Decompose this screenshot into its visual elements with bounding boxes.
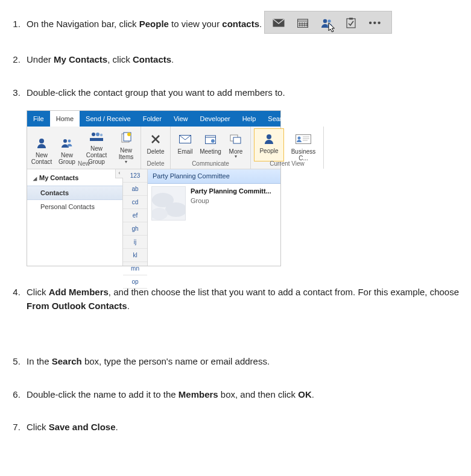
btn-more[interactable]: More▾ <box>224 128 247 161</box>
group-label: New <box>27 159 141 168</box>
tree-contacts[interactable]: Contacts <box>27 186 122 201</box>
contact-thumb <box>151 186 186 221</box>
index-item[interactable]: kl <box>123 249 147 262</box>
btn-email[interactable]: Email <box>174 128 197 161</box>
text-bold: From Outlook Contacts <box>27 301 127 311</box>
tab-search[interactable]: Search <box>262 111 295 127</box>
alpha-index: 123 ab cd ef gh ij kl mn op <box>123 169 148 266</box>
step-7: Click Save and Close. <box>23 421 465 434</box>
new-items-icon <box>120 130 132 146</box>
collapse-handle[interactable]: ‹ <box>115 169 123 178</box>
text: , click <box>107 54 133 64</box>
step-5: In the Search box, type the person's nam… <box>23 355 465 369</box>
bulb-icon <box>299 115 305 122</box>
ribbon-group-delete: Delete Delete <box>141 127 171 169</box>
text: . <box>259 19 262 29</box>
folder-pane: ‹ My Contacts Contacts Personal Contacts <box>27 169 123 266</box>
text: . <box>312 389 314 399</box>
tree-my-contacts[interactable]: My Contacts <box>27 169 122 186</box>
svg-point-13 <box>300 116 304 120</box>
step-2: Under My Contacts, click Contacts. <box>23 53 465 67</box>
text: In the <box>27 356 52 366</box>
text-bold: contacts <box>222 19 259 29</box>
index-item[interactable]: ij <box>123 236 147 249</box>
step-3-text: Double-click the contact group that you … <box>27 87 285 98</box>
text: . <box>171 54 174 64</box>
group-label: Communicate <box>171 159 250 168</box>
svg-point-15 <box>39 139 44 143</box>
text-bold: Contacts <box>133 54 171 64</box>
tasks-icon[interactable] <box>344 16 358 30</box>
text-bold: OK <box>298 389 312 399</box>
tab-send-receive[interactable]: Send / Receive <box>80 111 137 127</box>
tab-home[interactable]: Home <box>50 111 80 127</box>
more-icon[interactable]: ••• <box>368 16 382 30</box>
btn-view-business-card[interactable]: Business C... <box>286 128 320 161</box>
svg-point-19 <box>96 133 100 136</box>
contact-list: Party Planning Committee Party Planning … <box>148 169 280 266</box>
tree-personal-contacts[interactable]: Personal Contacts <box>27 200 122 214</box>
contact-card[interactable]: Party Planning Committ... Group <box>148 184 280 223</box>
contact-group-header[interactable]: Party Planning Committee <box>148 169 280 184</box>
index-item[interactable]: ef <box>123 209 147 222</box>
tab-developer[interactable]: Developer <box>194 111 236 127</box>
text: Click <box>27 422 49 432</box>
svg-point-30 <box>211 139 215 143</box>
text-bold: Add Members <box>49 287 109 297</box>
text: Click <box>27 287 49 297</box>
people-icon <box>60 135 74 151</box>
text-bold: My Contacts <box>54 54 107 64</box>
index-item[interactable]: ab <box>123 183 147 196</box>
people-view-icon <box>263 131 275 146</box>
delete-icon <box>150 131 162 147</box>
text-bold: Save and Close <box>49 422 116 432</box>
more-comm-icon <box>230 131 242 147</box>
text: Under <box>27 54 54 64</box>
index-item[interactable]: mn <box>123 262 147 275</box>
tab-view[interactable]: View <box>168 111 194 127</box>
index-item[interactable]: gh <box>123 222 147 236</box>
svg-point-9 <box>323 19 327 23</box>
calendar-icon[interactable] <box>296 16 309 30</box>
contact-group-icon <box>89 128 104 144</box>
text: to view your <box>169 19 222 29</box>
outlook-screenshot: File Home Send / Receive Folder View Dev… <box>27 110 281 266</box>
svg-point-18 <box>92 133 95 136</box>
index-item[interactable]: cd <box>123 196 147 209</box>
step-1-text: On the Navigation bar, click People to v… <box>27 19 264 29</box>
step-1: On the Navigation bar, click People to v… <box>23 0 465 34</box>
step-6: Double-click the name to add it to the M… <box>23 388 465 402</box>
svg-point-17 <box>68 140 71 143</box>
mail-icon[interactable] <box>272 16 285 30</box>
svg-rect-21 <box>90 138 103 141</box>
step-4: Click Add Members, and then choose the l… <box>23 286 465 313</box>
group-label: Delete <box>141 159 170 168</box>
label: Delete <box>147 148 165 155</box>
tell-me-label: Tell m <box>307 114 324 124</box>
people-icon[interactable] <box>320 16 333 30</box>
svg-point-16 <box>63 139 67 143</box>
svg-point-24 <box>127 133 131 136</box>
label: Meeting <box>200 148 221 155</box>
text: On the Navigation bar, click <box>27 19 139 29</box>
label: New Items <box>115 147 138 160</box>
tab-help[interactable]: Help <box>236 111 262 127</box>
ribbon-group-communicate: Email Meeting More▾ Communicate <box>171 127 251 169</box>
tell-me[interactable]: Tell m <box>295 111 328 127</box>
tab-folder[interactable]: Folder <box>137 111 168 127</box>
index-item[interactable]: 123 <box>123 169 147 183</box>
meeting-icon <box>205 131 216 147</box>
text: box, and then click <box>218 389 299 399</box>
contact-type: Group <box>191 196 271 206</box>
text: . <box>127 301 130 311</box>
btn-delete[interactable]: Delete <box>144 128 167 161</box>
btn-meeting[interactable]: Meeting <box>199 128 222 161</box>
ribbon-tabs: File Home Send / Receive Folder View Dev… <box>27 111 280 127</box>
tab-file[interactable]: File <box>27 111 50 127</box>
business-card-icon <box>296 131 311 147</box>
text-bold: People <box>139 19 169 29</box>
ribbon: New Contact New Group New Contact Group <box>27 127 280 169</box>
text: box, type the person's name or email add… <box>82 356 270 366</box>
ribbon-group-current-view: People Business C... Current View <box>251 127 324 169</box>
btn-view-people[interactable]: People <box>254 128 284 161</box>
